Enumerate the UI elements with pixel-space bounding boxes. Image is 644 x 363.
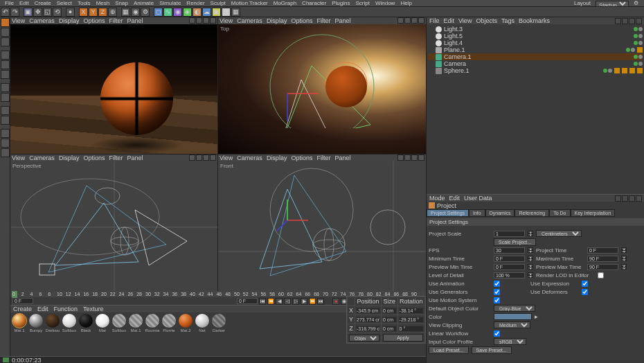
- add-camera-button[interactable]: ▣: [212, 8, 221, 17]
- add-deformer-button[interactable]: ◐: [193, 8, 202, 17]
- attr-new-icon[interactable]: [636, 195, 642, 202]
- max-time-field[interactable]: [587, 256, 618, 262]
- prev-frame-button[interactable]: ◀: [276, 298, 283, 305]
- next-frame-button[interactable]: ▶: [301, 298, 307, 305]
- add-environment-button[interactable]: ☁: [202, 8, 211, 17]
- timeline-current-field[interactable]: [237, 298, 258, 304]
- menu-mesh[interactable]: Mesh: [93, 0, 113, 6]
- attr-fwd-icon[interactable]: [622, 195, 628, 202]
- material-preview[interactable]: [29, 314, 43, 328]
- material-preview[interactable]: [79, 314, 93, 328]
- size-field[interactable]: [383, 317, 396, 322]
- vp-menu-filter[interactable]: Filter: [316, 154, 330, 161]
- snap-2d[interactable]: [1, 139, 10, 148]
- material-7[interactable]: Mat.1: [128, 314, 143, 333]
- render-dot[interactable]: [631, 48, 635, 52]
- attr-back-icon[interactable]: [615, 195, 621, 202]
- material-preview[interactable]: [62, 314, 76, 328]
- coord-system[interactable]: ⊕: [108, 8, 117, 17]
- vp-menu-panel[interactable]: Panel: [334, 17, 350, 24]
- vp-nav-icon[interactable]: [397, 154, 404, 161]
- mat-menu-create[interactable]: Create: [13, 306, 32, 312]
- add-nurbs-button[interactable]: ◉: [173, 8, 182, 17]
- vp-nav-icon[interactable]: [418, 154, 424, 161]
- model-mode[interactable]: [1, 18, 10, 27]
- tab-key-interpolation[interactable]: Key Interpolation: [571, 209, 616, 217]
- material-preview[interactable]: [195, 314, 209, 328]
- use-motion-check[interactable]: [494, 297, 500, 303]
- vp-nav-icon[interactable]: [196, 154, 202, 161]
- vp-menu-options[interactable]: Options: [291, 17, 312, 24]
- material-4[interactable]: Black: [78, 314, 93, 333]
- view-clip-select[interactable]: Medium: [494, 321, 530, 328]
- tab-to-do[interactable]: To Do: [549, 209, 570, 217]
- visibility-dot[interactable]: [634, 55, 638, 59]
- play-forward-button[interactable]: ▷: [292, 298, 299, 305]
- filter-icon[interactable]: [622, 18, 628, 24]
- menu-render[interactable]: Render: [184, 0, 207, 6]
- edge-mode[interactable]: [1, 60, 10, 69]
- rot-field[interactable]: [400, 326, 423, 331]
- vp-menu-view[interactable]: View: [12, 17, 25, 24]
- vp-menu-view[interactable]: View: [12, 154, 25, 161]
- visibility-dot[interactable]: [626, 48, 630, 52]
- object-row[interactable]: Light.3: [428, 26, 643, 33]
- default-color-select[interactable]: Gray-Blue: [494, 305, 535, 312]
- menu-tools[interactable]: Tools: [75, 0, 93, 6]
- vp-menu-cameras[interactable]: Cameras: [237, 17, 262, 24]
- vp-menu-cameras[interactable]: Cameras: [237, 154, 262, 161]
- workplane-mode[interactable]: [1, 116, 10, 125]
- menu-simulate[interactable]: Simulate: [156, 0, 184, 6]
- material-preview[interactable]: [12, 314, 26, 328]
- visibility-dot[interactable]: [634, 27, 638, 31]
- render-dot[interactable]: [638, 34, 643, 38]
- load-preset-button[interactable]: Load Preset...: [429, 346, 469, 354]
- size-field[interactable]: [383, 326, 396, 331]
- next-key-button[interactable]: ⏩: [309, 298, 316, 305]
- use-expr-check[interactable]: [582, 281, 588, 287]
- vp-menu-display[interactable]: Display: [267, 154, 287, 161]
- tab-dynamics[interactable]: Dynamics: [485, 209, 515, 217]
- scale-project-button[interactable]: Scale Project...: [494, 238, 536, 246]
- vp-menu-filter[interactable]: Filter: [316, 17, 330, 24]
- viewport-canvas[interactable]: Front: [218, 161, 426, 291]
- menu-plugins[interactable]: Plugins: [329, 0, 352, 6]
- min-time-field[interactable]: [494, 256, 525, 262]
- material-preview[interactable]: [112, 314, 126, 328]
- vp-menu-display[interactable]: Display: [267, 17, 287, 24]
- y-axis-lock[interactable]: Y: [89, 8, 98, 17]
- add-light-button[interactable]: ☀: [222, 8, 231, 17]
- texture-tag[interactable]: [629, 68, 635, 73]
- obj-menu-objects[interactable]: Objects: [476, 17, 497, 24]
- path-icon[interactable]: [629, 18, 635, 24]
- vp-nav-icon[interactable]: [189, 17, 195, 24]
- project-time-field[interactable]: [587, 247, 618, 254]
- tab-info[interactable]: Info: [469, 209, 485, 217]
- redo-button[interactable]: ↷: [10, 8, 19, 17]
- vp-nav-icon[interactable]: [210, 17, 216, 24]
- vp-menu-filter[interactable]: Filter: [109, 154, 123, 161]
- add-spline-button[interactable]: ∿: [163, 8, 172, 17]
- vp-menu-filter[interactable]: Filter: [109, 17, 123, 24]
- attr-menu-userdata[interactable]: User Data: [464, 195, 492, 202]
- lod-field[interactable]: [494, 272, 525, 278]
- material-preview[interactable]: [46, 314, 60, 328]
- viewport-canvas[interactable]: Top: [218, 24, 426, 154]
- move-tool[interactable]: ✥: [33, 8, 42, 17]
- select-tool[interactable]: ▣: [24, 8, 33, 17]
- prev-key-button[interactable]: ⏪: [267, 298, 274, 305]
- pos-field[interactable]: [357, 317, 379, 322]
- use-def-check[interactable]: [582, 289, 588, 295]
- flat-icon[interactable]: [636, 18, 642, 24]
- vp-nav-icon[interactable]: [203, 17, 209, 24]
- texture-mode[interactable]: [1, 37, 10, 46]
- vp-menu-options[interactable]: Options: [83, 17, 105, 24]
- vp-nav-icon[interactable]: [210, 154, 216, 161]
- vp-menu-display[interactable]: Display: [59, 154, 80, 161]
- vp-nav-icon[interactable]: [418, 17, 424, 24]
- pos-field[interactable]: [357, 326, 379, 331]
- visibility-dot[interactable]: [603, 69, 607, 73]
- texture-tag[interactable]: [614, 68, 620, 73]
- spin-down[interactable]: ▾: [528, 233, 533, 236]
- add-scene-button[interactable]: ▦: [231, 8, 240, 17]
